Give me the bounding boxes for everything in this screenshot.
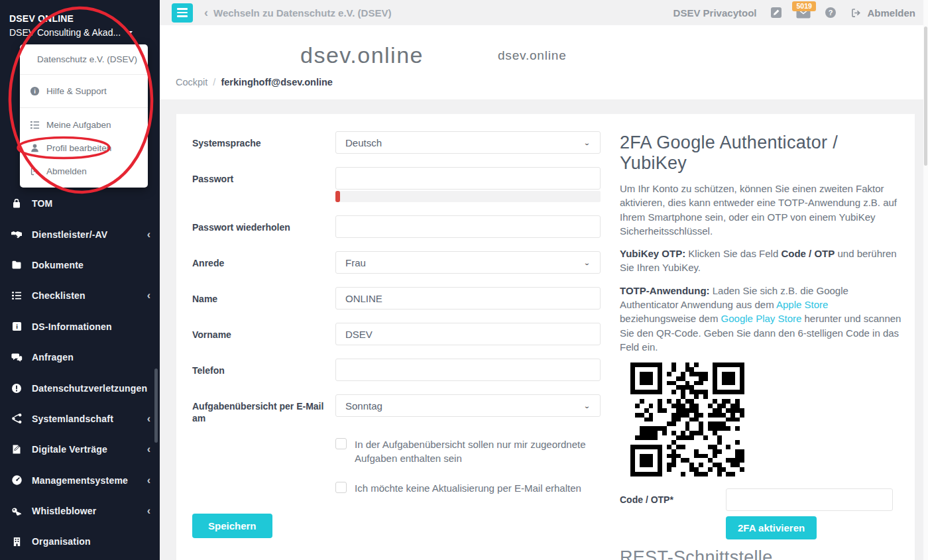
systemsprache-select[interactable]: Deutsch ⌄ — [335, 131, 601, 154]
breadcrumb-current-user: ferkinghoff@dsev.online — [221, 77, 333, 87]
sidebar-scrollbar-thumb[interactable] — [154, 368, 158, 443]
breadcrumb: Cockpit / ferkinghoff@dsev.online — [176, 77, 333, 87]
svg-text:?: ? — [829, 9, 833, 17]
sidebar-item-dienstleister-av[interactable]: Dienstleister/-AV ‹ — [0, 219, 160, 249]
sidebar-item-organisation[interactable]: Organisation — [0, 526, 160, 557]
passwort-input[interactable] — [335, 167, 601, 190]
sidebar-item-anfragen[interactable]: Anfragen — [0, 342, 160, 372]
qr-code — [630, 363, 744, 476]
svg-text:i: i — [34, 88, 36, 95]
chevron-left-icon: ‹ — [147, 506, 150, 516]
logo-band: dsev.online dsev.online Cockpit / ferkin… — [160, 25, 928, 99]
passwort-wiederholen-input[interactable] — [335, 215, 601, 238]
switch-org-link[interactable]: ‹ Wechseln zu Datenschutz e.V. (DSEV) — [204, 7, 391, 19]
hamburger-menu-button[interactable] — [172, 3, 193, 23]
sidebar-item-label: Dokumente — [32, 260, 150, 270]
field-label-systemsprache: Systemsprache — [192, 131, 335, 149]
sidebar-item-digitale-vertraege[interactable]: Digitale Verträge ‹ — [0, 434, 160, 465]
twofa-title: 2FA Google Authenticator / YubiKey — [620, 133, 905, 174]
save-button[interactable]: Speichern — [192, 514, 272, 538]
logout-button[interactable]: Abmelden — [850, 7, 915, 19]
network-icon — [11, 413, 23, 425]
dropdown-item-profil-bearbeiten[interactable]: Profil bearbeiten — [20, 137, 148, 160]
sidebar-item-checklisten[interactable]: Checklisten ‹ — [0, 280, 160, 311]
sidebar-item-label: Checklisten — [32, 290, 138, 301]
telefon-input[interactable] — [335, 359, 601, 381]
checkbox-nur-mir-zugeordnete[interactable] — [335, 438, 347, 449]
anrede-select[interactable]: Frau ⌄ — [335, 251, 601, 274]
info-square-icon: i — [11, 321, 23, 333]
handshake-icon — [11, 229, 23, 241]
apple-store-link[interactable]: Apple Store — [776, 299, 828, 310]
twofa-totp-paragraph: TOTP-Anwendung: Laden Sie sich z.B. die … — [620, 284, 905, 354]
vorname-input[interactable] — [335, 323, 601, 345]
gauge-icon — [11, 475, 23, 486]
sidebar-item-dokumente[interactable]: Dokumente — [0, 250, 160, 280]
sidebar-item-managementsysteme[interactable]: Managementsysteme ‹ — [0, 465, 160, 496]
content-area: Systemsprache Deutsch ⌄ Passwort — [160, 99, 928, 560]
org-switcher[interactable]: DSEV ONLINE DSEV Consulting & Akad... — [0, 0, 160, 38]
profile-form: Systemsprache Deutsch ⌄ Passwort — [192, 131, 605, 538]
switch-org-label: Wechseln zu Datenschutz e.V. (DSEV) — [213, 7, 391, 19]
dropdown-item-label: Profil bearbeiten — [46, 143, 111, 153]
help-question-icon[interactable]: ? — [825, 7, 837, 19]
password-strength-meter — [335, 191, 601, 202]
notification-badge: 5019 — [792, 1, 815, 12]
sidebar-item-datenschutzverletzungen[interactable]: Datenschutzverletzungen — [0, 372, 160, 403]
sidebar-item-label: Organisation — [32, 536, 150, 547]
chevron-down-icon: ⌄ — [583, 258, 591, 266]
profile-card: Systemsprache Deutsch ⌄ Passwort — [176, 114, 915, 560]
checkbox-label: In der Aufgabenübersicht sollen nur mir … — [355, 437, 601, 465]
field-label-anrede: Anrede — [192, 251, 335, 269]
breadcrumb-cockpit[interactable]: Cockpit — [176, 77, 207, 87]
aufgabenuebersicht-select[interactable]: Sonntag ⌄ — [335, 394, 601, 417]
dropdown-item-datenschutz[interactable]: Datenschutz e.V. (DSEV) — [20, 44, 148, 75]
chevron-left-icon: ‹ — [147, 290, 150, 301]
dropdown-item-label: Abmelden — [46, 166, 87, 176]
twofa-intro: Um Ihr Konto zu schützen, können Sie ein… — [620, 182, 905, 238]
logout-label: Abmelden — [867, 7, 915, 19]
page-scrollbar[interactable] — [923, 0, 928, 560]
dropdown-item-hilfe-support[interactable]: i Hilfe & Support — [20, 75, 148, 108]
sidebar-item-ds-informationen[interactable]: i DS-Informationen — [0, 311, 160, 342]
dsev-logo-large: dsev.online — [300, 42, 424, 68]
contract-pen-icon — [11, 443, 23, 455]
sidebar-item-tom[interactable]: TOM — [0, 188, 160, 219]
sidebar: DSEV ONLINE DSEV Consulting & Akad... Da… — [0, 0, 160, 560]
sidebar-item-whistleblower[interactable]: Whistleblower ‹ — [0, 496, 160, 526]
dropdown-item-meine-aufgaben[interactable]: Meine Aufgaben — [20, 113, 148, 137]
sidebar-nav: TOM Dienstleister/-AV ‹ Dokumente Checkl… — [0, 188, 160, 557]
app-name: DSEV Privacytool — [673, 7, 757, 19]
task-list-icon — [29, 120, 40, 131]
field-label-telefon: Telefon — [192, 359, 335, 376]
page-scrollbar-thumb[interactable] — [924, 27, 927, 166]
field-label-vorname: Vorname — [192, 323, 335, 341]
aufgabenuebersicht-value: Sonntag — [345, 400, 382, 412]
chevron-left-icon: ‹ — [147, 229, 150, 240]
user-icon — [29, 143, 40, 154]
org-title: DSEV ONLINE — [9, 13, 150, 24]
otp-input[interactable] — [726, 488, 893, 511]
key-icon — [11, 505, 23, 517]
google-play-store-link[interactable]: Google Play Store — [721, 313, 802, 324]
messages-envelope-icon[interactable]: 5019 — [796, 7, 811, 19]
sidebar-item-label: Anfragen — [32, 352, 150, 363]
twofa-yubikey-paragraph: YubiKey OTP: Klicken Sie das Feld Code /… — [620, 247, 905, 275]
chevron-left-icon: ‹ — [147, 444, 150, 455]
alert-circle-icon — [11, 382, 23, 394]
field-label-passwort: Passwort — [192, 167, 335, 185]
dropdown-item-abmelden[interactable]: Abmelden — [20, 160, 148, 183]
org-subtitle: DSEV Consulting & Akad... — [9, 27, 121, 38]
checkbox-keine-aktualisierung[interactable] — [335, 482, 347, 493]
sidebar-item-label: Whistleblower — [32, 506, 138, 516]
edit-pencil-icon[interactable] — [770, 7, 782, 19]
folder-icon — [11, 259, 23, 271]
logout-icon — [29, 166, 40, 177]
field-label-passwort-wiederholen: Passwort wiederholen — [192, 215, 335, 233]
sidebar-item-systemlandschaft[interactable]: Systemlandschaft ‹ — [0, 404, 160, 434]
name-input[interactable] — [335, 287, 601, 309]
anrede-value: Frau — [345, 257, 366, 268]
chevron-left-icon: ‹ — [147, 414, 150, 424]
activate-2fa-button[interactable]: 2FA aktivieren — [726, 516, 817, 539]
chevron-left-icon: ‹ — [204, 7, 208, 19]
